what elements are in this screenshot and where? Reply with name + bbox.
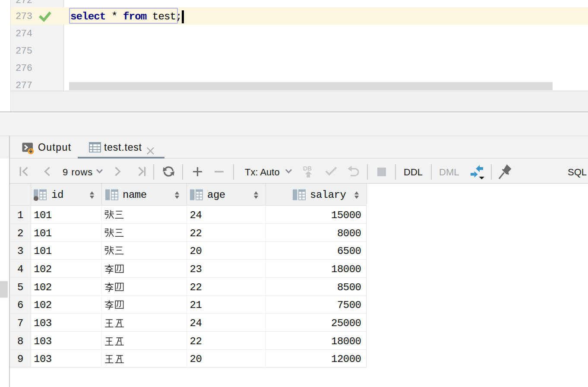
svg-text:DB: DB [303, 165, 312, 172]
